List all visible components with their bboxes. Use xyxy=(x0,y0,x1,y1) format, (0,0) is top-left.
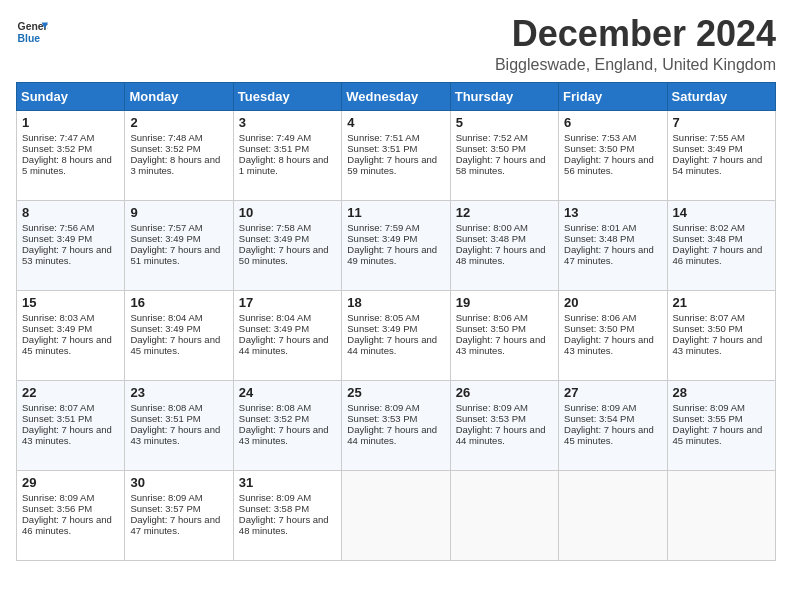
day-number: 30 xyxy=(130,475,227,490)
table-row: 12 Sunrise: 8:00 AM Sunset: 3:48 PM Dayl… xyxy=(450,201,558,291)
col-saturday: Saturday xyxy=(667,83,775,111)
sunrise-text: Sunrise: 7:49 AM xyxy=(239,132,311,143)
sunset-text: Sunset: 3:52 PM xyxy=(22,143,92,154)
sunrise-text: Sunrise: 7:56 AM xyxy=(22,222,94,233)
table-row: 10 Sunrise: 7:58 AM Sunset: 3:49 PM Dayl… xyxy=(233,201,341,291)
sunset-text: Sunset: 3:49 PM xyxy=(347,233,417,244)
day-number: 11 xyxy=(347,205,444,220)
col-tuesday: Tuesday xyxy=(233,83,341,111)
table-row: 14 Sunrise: 8:02 AM Sunset: 3:48 PM Dayl… xyxy=(667,201,775,291)
sunrise-text: Sunrise: 7:55 AM xyxy=(673,132,745,143)
daylight-text: Daylight: 7 hours and 45 minutes. xyxy=(130,334,220,356)
sunrise-text: Sunrise: 7:57 AM xyxy=(130,222,202,233)
daylight-text: Daylight: 8 hours and 3 minutes. xyxy=(130,154,220,176)
table-row: 3 Sunrise: 7:49 AM Sunset: 3:51 PM Dayli… xyxy=(233,111,341,201)
day-number: 5 xyxy=(456,115,553,130)
sunset-text: Sunset: 3:50 PM xyxy=(564,323,634,334)
day-number: 31 xyxy=(239,475,336,490)
table-row xyxy=(450,471,558,561)
sunset-text: Sunset: 3:49 PM xyxy=(347,323,417,334)
sunrise-text: Sunrise: 8:09 AM xyxy=(22,492,94,503)
table-row: 21 Sunrise: 8:07 AM Sunset: 3:50 PM Dayl… xyxy=(667,291,775,381)
daylight-text: Daylight: 7 hours and 43 minutes. xyxy=(22,424,112,446)
day-number: 2 xyxy=(130,115,227,130)
table-row: 1 Sunrise: 7:47 AM Sunset: 3:52 PM Dayli… xyxy=(17,111,125,201)
col-sunday: Sunday xyxy=(17,83,125,111)
day-number: 12 xyxy=(456,205,553,220)
daylight-text: Daylight: 7 hours and 45 minutes. xyxy=(22,334,112,356)
sunrise-text: Sunrise: 8:09 AM xyxy=(673,402,745,413)
daylight-text: Daylight: 7 hours and 43 minutes. xyxy=(564,334,654,356)
table-row xyxy=(342,471,450,561)
daylight-text: Daylight: 7 hours and 51 minutes. xyxy=(130,244,220,266)
table-row: 6 Sunrise: 7:53 AM Sunset: 3:50 PM Dayli… xyxy=(559,111,667,201)
daylight-text: Daylight: 7 hours and 44 minutes. xyxy=(239,334,329,356)
daylight-text: Daylight: 7 hours and 58 minutes. xyxy=(456,154,546,176)
header-row: Sunday Monday Tuesday Wednesday Thursday… xyxy=(17,83,776,111)
sunrise-text: Sunrise: 8:04 AM xyxy=(239,312,311,323)
daylight-text: Daylight: 7 hours and 43 minutes. xyxy=(456,334,546,356)
table-row: 11 Sunrise: 7:59 AM Sunset: 3:49 PM Dayl… xyxy=(342,201,450,291)
daylight-text: Daylight: 7 hours and 46 minutes. xyxy=(673,244,763,266)
daylight-text: Daylight: 7 hours and 54 minutes. xyxy=(673,154,763,176)
calendar-title: December 2024 xyxy=(495,16,776,52)
sunrise-text: Sunrise: 8:00 AM xyxy=(456,222,528,233)
day-number: 24 xyxy=(239,385,336,400)
sunset-text: Sunset: 3:50 PM xyxy=(456,143,526,154)
day-number: 20 xyxy=(564,295,661,310)
sunset-text: Sunset: 3:51 PM xyxy=(130,413,200,424)
table-row: 7 Sunrise: 7:55 AM Sunset: 3:49 PM Dayli… xyxy=(667,111,775,201)
col-friday: Friday xyxy=(559,83,667,111)
daylight-text: Daylight: 7 hours and 47 minutes. xyxy=(564,244,654,266)
sunrise-text: Sunrise: 8:09 AM xyxy=(347,402,419,413)
sunset-text: Sunset: 3:49 PM xyxy=(130,323,200,334)
sunrise-text: Sunrise: 8:05 AM xyxy=(347,312,419,323)
sunset-text: Sunset: 3:49 PM xyxy=(239,233,309,244)
col-thursday: Thursday xyxy=(450,83,558,111)
day-number: 17 xyxy=(239,295,336,310)
table-row: 25 Sunrise: 8:09 AM Sunset: 3:53 PM Dayl… xyxy=(342,381,450,471)
table-row: 5 Sunrise: 7:52 AM Sunset: 3:50 PM Dayli… xyxy=(450,111,558,201)
day-number: 28 xyxy=(673,385,770,400)
sunset-text: Sunset: 3:58 PM xyxy=(239,503,309,514)
table-row: 22 Sunrise: 8:07 AM Sunset: 3:51 PM Dayl… xyxy=(17,381,125,471)
table-row: 15 Sunrise: 8:03 AM Sunset: 3:49 PM Dayl… xyxy=(17,291,125,381)
day-number: 18 xyxy=(347,295,444,310)
calendar-table: Sunday Monday Tuesday Wednesday Thursday… xyxy=(16,82,776,561)
sunrise-text: Sunrise: 7:51 AM xyxy=(347,132,419,143)
sunrise-text: Sunrise: 8:09 AM xyxy=(564,402,636,413)
table-row: 2 Sunrise: 7:48 AM Sunset: 3:52 PM Dayli… xyxy=(125,111,233,201)
table-row xyxy=(559,471,667,561)
day-number: 4 xyxy=(347,115,444,130)
sunrise-text: Sunrise: 8:06 AM xyxy=(456,312,528,323)
day-number: 26 xyxy=(456,385,553,400)
day-number: 23 xyxy=(130,385,227,400)
day-number: 15 xyxy=(22,295,119,310)
daylight-text: Daylight: 7 hours and 50 minutes. xyxy=(239,244,329,266)
sunset-text: Sunset: 3:55 PM xyxy=(673,413,743,424)
table-row: 26 Sunrise: 8:09 AM Sunset: 3:53 PM Dayl… xyxy=(450,381,558,471)
logo: General Blue xyxy=(16,16,48,48)
table-row: 27 Sunrise: 8:09 AM Sunset: 3:54 PM Dayl… xyxy=(559,381,667,471)
daylight-text: Daylight: 7 hours and 59 minutes. xyxy=(347,154,437,176)
sunrise-text: Sunrise: 8:06 AM xyxy=(564,312,636,323)
sunrise-text: Sunrise: 8:09 AM xyxy=(239,492,311,503)
sunset-text: Sunset: 3:48 PM xyxy=(564,233,634,244)
sunset-text: Sunset: 3:49 PM xyxy=(130,233,200,244)
sunset-text: Sunset: 3:53 PM xyxy=(456,413,526,424)
sunrise-text: Sunrise: 8:09 AM xyxy=(456,402,528,413)
sunrise-text: Sunrise: 8:09 AM xyxy=(130,492,202,503)
daylight-text: Daylight: 8 hours and 5 minutes. xyxy=(22,154,112,176)
daylight-text: Daylight: 7 hours and 56 minutes. xyxy=(564,154,654,176)
day-number: 25 xyxy=(347,385,444,400)
sunset-text: Sunset: 3:57 PM xyxy=(130,503,200,514)
sunset-text: Sunset: 3:49 PM xyxy=(22,233,92,244)
sunset-text: Sunset: 3:48 PM xyxy=(673,233,743,244)
table-row: 19 Sunrise: 8:06 AM Sunset: 3:50 PM Dayl… xyxy=(450,291,558,381)
daylight-text: Daylight: 7 hours and 53 minutes. xyxy=(22,244,112,266)
sunset-text: Sunset: 3:51 PM xyxy=(22,413,92,424)
daylight-text: Daylight: 7 hours and 47 minutes. xyxy=(130,514,220,536)
sunset-text: Sunset: 3:49 PM xyxy=(22,323,92,334)
sunset-text: Sunset: 3:56 PM xyxy=(22,503,92,514)
sunset-text: Sunset: 3:52 PM xyxy=(130,143,200,154)
